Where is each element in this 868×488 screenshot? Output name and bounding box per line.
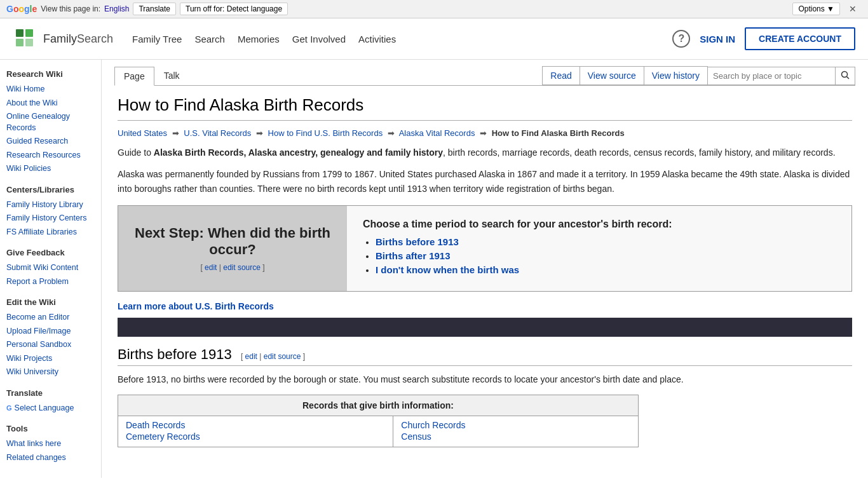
translate-widget[interactable]: G Select Language [6,402,95,416]
sidebar-item-become-editor[interactable]: Become an Editor [6,311,95,325]
tab-view-source[interactable]: View source [580,66,644,85]
article-title: How to Find Alaska Birth Records [118,95,852,121]
births-before-1913-link[interactable]: Births before 1913 [376,236,459,247]
sidebar-item-related-changes[interactable]: Related changes [6,451,95,465]
list-item: Births before 1913 [376,236,836,247]
sidebar-item-wiki-university[interactable]: Wiki University [6,365,95,379]
list-item: Births after 1913 [376,250,836,261]
breadcrumb-current: How to Find Alaska Birth Records [492,128,625,138]
sidebar-item-online-genealogy[interactable]: Online Genealogy Records [6,110,95,135]
sidebar-item-submit-wiki[interactable]: Submit Wiki Content [6,261,95,275]
left-tabs: Page Talk [114,66,189,85]
close-translate-button[interactable]: ✕ [844,3,862,15]
next-step-text: Next Step: When did the birth occur? [131,225,334,258]
info-box-edit-links: [ edit | edit source ] [200,263,264,272]
sign-in-button[interactable]: SIGN IN [700,34,735,44]
census-link[interactable]: Census [401,431,630,442]
sidebar-section-edit-title: Edit the Wiki [6,297,95,307]
info-box-right: Choose a time period to search for your … [347,206,851,291]
svg-point-4 [842,71,848,77]
svg-rect-1 [25,29,33,37]
svg-line-5 [847,76,850,79]
logo[interactable]: FamilySearch [13,26,113,51]
translate-bar: Google View this page in: English Transl… [0,0,868,18]
births-after-1913-link[interactable]: Births after 1913 [376,250,451,261]
sidebar-item-wiki-policies[interactable]: Wiki Policies [6,162,95,176]
nav-activities[interactable]: Activities [358,34,396,44]
sidebar-section-centers-title: Centers/Libraries [6,185,95,194]
breadcrumb-vital-records[interactable]: U.S. Vital Records [184,128,251,138]
section1-edit-links: [ edit | edit source ] [241,352,305,361]
search-icon [841,71,850,79]
table-row: Death Records Cemetery Records Church Re… [118,416,639,447]
nav-get-involved[interactable]: Get Involved [292,34,346,44]
body-paragraph: Alaska was permanently founded by Russia… [118,167,852,196]
tab-talk[interactable]: Talk [154,66,189,85]
dark-bar [118,318,852,337]
svg-rect-3 [25,39,33,46]
nav-family-tree[interactable]: Family Tree [132,34,182,44]
sidebar-item-family-history-centers[interactable]: Family History Centers [6,212,95,226]
nav-search[interactable]: Search [194,34,225,44]
list-item: I don't know when the birth was [376,264,836,275]
cemetery-records-link[interactable]: Cemetery Records [126,431,385,442]
death-records-link[interactable]: Death Records [126,420,385,430]
help-icon[interactable]: ? [672,30,690,48]
right-tabs: Read View source View history [543,66,855,85]
records-table: Records that give birth information: Dea… [118,395,639,447]
sidebar-item-family-history-library[interactable]: Family History Library [6,198,95,212]
breadcrumb-us-birth[interactable]: How to Find U.S. Birth Records [268,128,383,138]
tab-page[interactable]: Page [114,67,154,86]
create-account-button[interactable]: CREATE ACCOUNT [745,27,855,50]
sidebar-item-personal-sandbox[interactable]: Personal Sandbox [6,338,95,352]
section1-edit-source-link[interactable]: edit source [264,352,301,361]
sidebar: Research Wiki Wiki Home About the Wiki O… [0,60,102,478]
google-logo: Google [6,4,37,14]
main-content: Page Talk Read View source View history [102,60,868,478]
dont-know-birth-link[interactable]: I don't know when the birth was [376,264,519,275]
section1-edit-link[interactable]: edit [245,352,257,361]
wiki-search-button[interactable] [835,67,855,85]
tab-read[interactable]: Read [542,66,580,85]
breadcrumb-us[interactable]: United States [118,128,167,138]
choices-list: Births before 1913 Births after 1913 I d… [363,236,836,275]
sidebar-item-wiki-home[interactable]: Wiki Home [6,83,95,97]
language-link[interactable]: English [104,4,129,13]
info-box-left: Next Step: When did the birth occur? [ e… [118,206,347,291]
info-edit-link[interactable]: edit [205,263,217,272]
logo-icon [13,26,38,51]
sidebar-item-report-problem[interactable]: Report a Problem [6,275,95,289]
learn-more-link[interactable]: Learn more about U.S. Birth Records [118,301,852,311]
info-box: Next Step: When did the birth occur? [ e… [118,205,852,292]
nav-memories[interactable]: Memories [238,34,280,44]
sidebar-item-fs-affiliate[interactable]: FS Affiliate Libraries [6,226,95,240]
sidebar-section-tools-title: Tools [6,424,95,433]
sidebar-item-what-links[interactable]: What links here [6,437,95,451]
breadcrumb-alaska-vital[interactable]: Alaska Vital Records [399,128,475,138]
sidebar-item-research-resources[interactable]: Research Resources [6,149,95,163]
wiki-search-input[interactable] [708,68,835,84]
translate-button[interactable]: Translate [133,3,176,15]
sidebar-section-research-wiki-title: Research Wiki [6,69,95,79]
svg-rect-2 [16,39,24,46]
main-nav: Family Tree Search Memories Get Involved… [132,34,396,44]
article: How to Find Alaska Birth Records United … [114,95,855,447]
choose-title: Choose a time period to search for your … [363,219,836,230]
section1-heading: Births before 1913 [ edit | edit source … [118,346,852,366]
turnoff-button[interactable]: Turn off for: Detect language [180,3,288,15]
tab-view-history[interactable]: View history [644,66,708,85]
church-records-link[interactable]: Church Records [401,420,630,430]
logo-text: FamilySearch [43,32,113,46]
sidebar-item-wiki-projects[interactable]: Wiki Projects [6,352,95,366]
info-edit-source-link[interactable]: edit source [223,263,261,272]
header-right: ? SIGN IN CREATE ACCOUNT [672,27,855,50]
select-language-link[interactable]: Select Language [15,402,74,416]
sidebar-item-upload-file[interactable]: Upload File/Image [6,325,95,339]
layout: Research Wiki Wiki Home About the Wiki O… [0,60,868,478]
intro-bold: Alaska Birth Records, Alaska ancestry, g… [154,147,443,158]
sidebar-item-about[interactable]: About the Wiki [6,97,95,111]
sidebar-item-guided-research[interactable]: Guided Research [6,135,95,149]
tab-bar: Page Talk Read View source View history [114,60,855,86]
breadcrumb: United States ➡ U.S. Vital Records ➡ How… [118,128,852,138]
options-button[interactable]: Options ▼ [792,3,840,15]
